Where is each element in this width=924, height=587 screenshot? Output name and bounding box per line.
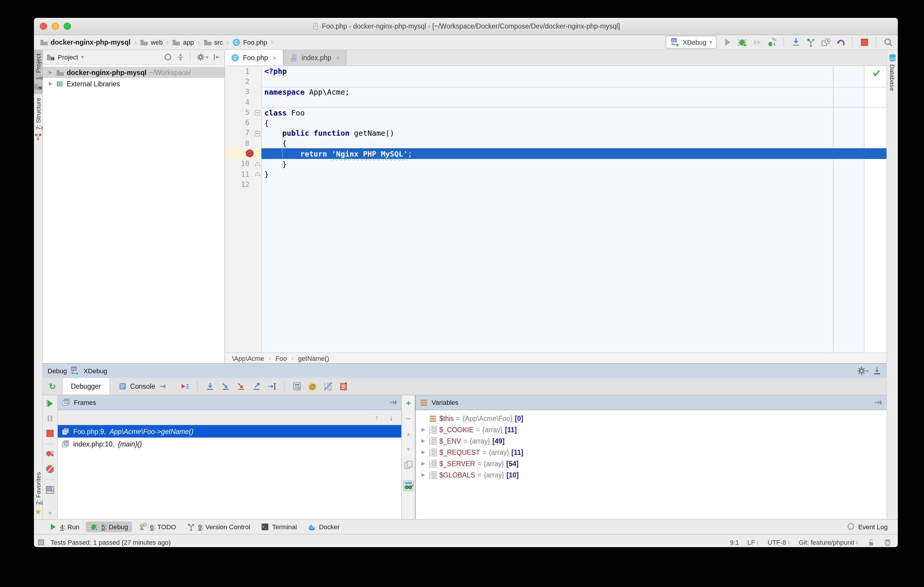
toolwindow-button----debug[interactable]: 5: Debug xyxy=(86,521,132,532)
tree-row[interactable]: ▶External Libraries xyxy=(43,78,224,89)
code-line[interactable]: 6{ xyxy=(225,117,886,128)
breadcrumb-item[interactable]: docker-nginx-php-mysql xyxy=(39,38,132,46)
debug-header[interactable]: Debug php XDebug ▾ xyxy=(43,364,886,378)
gutter-cell[interactable]: 1 xyxy=(225,66,261,76)
more-icon[interactable]: » xyxy=(48,509,52,516)
tab-index-php[interactable]: phpindex.php× xyxy=(283,50,346,66)
variable-row[interactable]: ▶123$GLOBALS={array}[10] xyxy=(416,469,886,480)
toolwindow-button----version-control[interactable]: 9: Version Control xyxy=(183,521,254,532)
code-line[interactable]: 2 xyxy=(225,76,886,87)
gutter-cell[interactable]: 2 xyxy=(225,76,261,87)
gutter-cell[interactable]: 5 xyxy=(225,107,261,117)
gutter-cell[interactable]: 6 xyxy=(225,117,261,128)
variable-row[interactable]: ▶123$_REQUEST={array}[11] xyxy=(416,447,886,458)
breadcrumb-item[interactable]: web xyxy=(139,38,164,46)
editor-breadcrumb-item[interactable]: Foo xyxy=(276,355,287,362)
step-over-icon[interactable] xyxy=(205,382,214,391)
gutter-cell[interactable]: 12 xyxy=(225,180,261,190)
gutter-cell[interactable]: 9 xyxy=(225,148,261,159)
expand-arrow-icon[interactable]: ▶ xyxy=(420,427,426,432)
down-blue-icon[interactable]: ↓ xyxy=(387,413,395,422)
caret-position[interactable]: 9:1 xyxy=(730,539,739,546)
zoom-button[interactable] xyxy=(64,23,71,30)
code-line[interactable]: 10 } xyxy=(225,159,886,169)
run-to-cursor-icon[interactable] xyxy=(267,382,277,391)
variable-row[interactable]: ▶123$_ENV={array}[49] xyxy=(416,435,886,447)
toolwindow-button----todo[interactable]: 6: TODO xyxy=(135,521,180,532)
variable-row[interactable]: ▶123$_COOKIE={array}[11] xyxy=(416,424,886,435)
breadcrumb-item[interactable]: app xyxy=(171,38,195,46)
run-configuration-selector[interactable]: php XDebug ▾ xyxy=(665,36,717,49)
hide-left-icon[interactable] xyxy=(213,53,221,61)
breadcrumb-item[interactable]: CFoo.php xyxy=(231,38,269,46)
breadcrumb-item[interactable]: src xyxy=(202,38,224,46)
code-line[interactable]: 9 return 'Nginx PHP MySQL'; xyxy=(225,148,886,159)
expand-arrow-icon[interactable]: ▶ xyxy=(420,461,426,466)
title-bar[interactable]: Foo.php - docker-nginx-php-mysql - [~/Wo… xyxy=(34,18,898,35)
code-line[interactable]: 3namespace App\Acme; xyxy=(225,87,886,97)
tab-foo-php[interactable]: CFoo.php× xyxy=(225,50,283,66)
collapse-icon[interactable] xyxy=(176,53,185,61)
stop-sm-icon[interactable] xyxy=(45,429,55,438)
stop-icon[interactable] xyxy=(860,38,869,47)
toolwindow-button-docker[interactable]: Docker xyxy=(304,521,344,532)
update-icon[interactable] xyxy=(791,38,801,47)
close-icon[interactable]: × xyxy=(336,54,340,61)
up-gray-icon[interactable]: ↑ xyxy=(373,413,381,422)
git-branch-selector[interactable]: Git: feature/phpunit↕ xyxy=(799,539,858,546)
stripe-button-database[interactable]: Database xyxy=(888,50,897,95)
code-line[interactable]: 4 xyxy=(225,97,886,107)
fold-collapse-icon[interactable] xyxy=(255,110,260,115)
fold-collapse-icon[interactable] xyxy=(255,130,260,136)
fold-end-icon[interactable] xyxy=(255,171,260,177)
step-into-icon[interactable] xyxy=(221,382,230,391)
breakpoints-icon[interactable] xyxy=(45,450,55,459)
lock-icon[interactable] xyxy=(867,538,875,546)
gear-icon[interactable] xyxy=(857,366,866,376)
layout-icon[interactable] xyxy=(45,485,55,495)
search-icon[interactable] xyxy=(883,38,893,47)
variable-row[interactable]: ▶123$_SERVER={array}[54] xyxy=(416,458,886,469)
toolwindow-toggle-icon[interactable] xyxy=(38,539,45,546)
move-down-icon[interactable]: ▼ xyxy=(404,445,413,454)
editor-breadcrumb-item[interactable]: \App\Acme xyxy=(232,355,264,362)
pause-icon[interactable] xyxy=(45,414,55,423)
toolwindow-button-terminal[interactable]: >_Terminal xyxy=(257,521,301,532)
restore-view-icon[interactable] xyxy=(338,382,348,391)
expand-arrow-icon[interactable]: ▶ xyxy=(48,81,54,86)
highlighting-level-icon[interactable] xyxy=(883,538,892,546)
show-watches-icon[interactable] xyxy=(403,480,414,491)
tab-debugger[interactable]: Debugger xyxy=(62,378,110,395)
expand-arrow-icon[interactable]: ▶ xyxy=(420,438,426,444)
resume-icon[interactable] xyxy=(45,399,55,408)
add-watch-icon[interactable]: + xyxy=(404,398,413,408)
gutter-cell[interactable]: 3 xyxy=(225,87,261,97)
push-icon[interactable] xyxy=(806,38,816,47)
expand-arrow-icon[interactable]: ▶ xyxy=(420,450,426,455)
encoding-selector[interactable]: UTF-8↕ xyxy=(768,539,790,546)
frame-row[interactable]: index.php:10,{main}() xyxy=(58,438,401,450)
gutter-cell[interactable]: 11 xyxy=(225,169,261,180)
locate-icon[interactable] xyxy=(164,53,172,61)
pin-icon[interactable] xyxy=(874,398,882,407)
expand-arrow-icon[interactable]: ▶ xyxy=(420,472,426,477)
chevron-down-icon[interactable]: ▾ xyxy=(81,54,84,60)
line-ending-selector[interactable]: LF↕ xyxy=(747,539,759,546)
hide-panel-icon[interactable] xyxy=(872,366,882,376)
expand-arrow-icon[interactable]: ▶ xyxy=(48,70,54,75)
rerun-icon[interactable]: ↻ xyxy=(48,382,57,391)
code-line[interactable]: 12 xyxy=(225,180,886,190)
gutter-cell[interactable]: 8 xyxy=(225,138,261,148)
history-icon[interactable] xyxy=(821,38,830,47)
code-line[interactable]: 5class Foo xyxy=(225,107,886,117)
gear-icon[interactable] xyxy=(196,53,205,61)
line-numbers-icon[interactable]: 12 xyxy=(323,382,333,391)
remove-watch-icon[interactable]: − xyxy=(404,414,413,423)
step-out-icon[interactable] xyxy=(252,382,261,391)
frame-row[interactable]: Foo.php:9,App\Acme\Foo->getName() xyxy=(58,425,401,438)
undo-icon[interactable] xyxy=(836,38,845,47)
run-gray-icon[interactable] xyxy=(723,38,732,47)
tab-console[interactable]: Console xyxy=(110,378,174,395)
force-step-into-icon[interactable] xyxy=(236,382,246,391)
minimize-button[interactable] xyxy=(52,23,59,30)
